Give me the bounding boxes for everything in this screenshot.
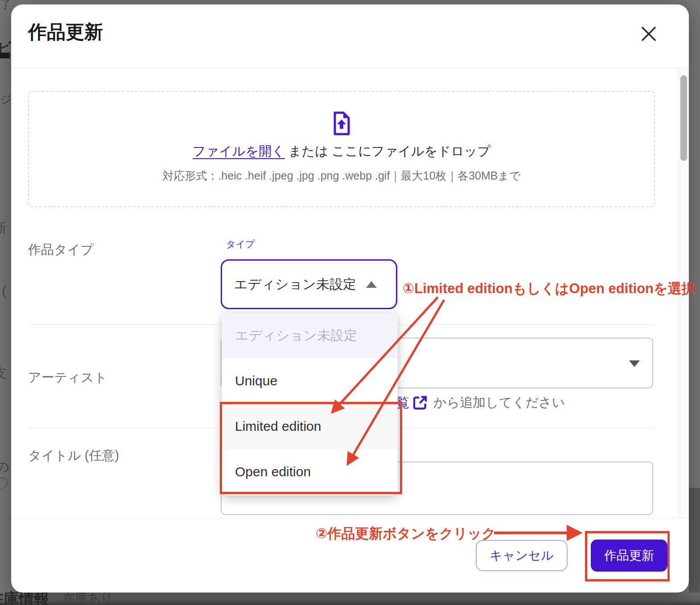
chevron-up-icon [366, 281, 377, 288]
chevron-down-icon [629, 360, 640, 367]
artwork-type-row-label: 作品タイプ [28, 241, 94, 259]
backdrop-fragment: 完了 [0, 0, 12, 12]
file-dropzone[interactable]: ファイルを開く または ここにファイルをドロップ 対応形式：.heic .hei… [28, 91, 655, 207]
title-row-label: タイトル (任意) [28, 447, 119, 465]
backdrop-fragment: ジ [0, 92, 12, 107]
screen: 完了 ビ ジ 新 ( 支 の 〇 在庫情報 在庫あり 作品更新 ファイルを開く [0, 0, 700, 605]
backdrop-fragment: 支 [0, 364, 7, 383]
backdrop-bottom-strip: 在庫情報 在庫あり [0, 593, 700, 605]
backdrop-fragment: 〇 [0, 475, 8, 492]
open-file-link[interactable]: ファイルを開く [193, 144, 285, 158]
menu-option-open-edition[interactable]: Open edition [222, 449, 398, 495]
artwork-update-modal: 作品更新 ファイルを開く または ここにファイルをドロップ 対応形式：.heic… [11, 4, 689, 593]
menu-option-edition-unset[interactable]: エディション未設定 [222, 313, 398, 358]
edition-type-select[interactable]: エディション未設定 [221, 259, 397, 309]
external-link-icon[interactable] [411, 394, 429, 412]
close-button[interactable] [637, 22, 660, 45]
header-divider [11, 68, 689, 68]
backdrop-fragment: 新 [0, 219, 6, 237]
drop-here-text: または ここにファイルをドロップ [288, 144, 490, 158]
type-field-label: タイプ [226, 238, 255, 250]
backdrop-fragment: の [0, 458, 9, 476]
backdrop-fragment: ( [2, 283, 6, 298]
close-icon [641, 26, 657, 42]
artist-help-row: 覧 から追加してください [396, 393, 565, 413]
edition-type-select-value: エディション未設定 [234, 275, 356, 294]
annotation-step1-text: ①Limited editionもしくはOpen editionを選択 [403, 279, 696, 298]
dropzone-instruction: ファイルを開く または ここにファイルをドロップ [193, 143, 490, 160]
supported-formats-text: 対応形式：.heic .heif .jpeg .jpg .png .webp .… [162, 168, 520, 183]
annotation-step2-text: ②作品更新ボタンをクリック [316, 524, 496, 543]
modal-title: 作品更新 [28, 20, 103, 45]
edition-type-menu: エディション未設定 Unique Limited edition Open ed… [222, 313, 398, 495]
artist-help-text: から追加してください [433, 394, 565, 412]
scrollbar-thumb[interactable] [680, 75, 687, 161]
submit-update-button[interactable]: 作品更新 [591, 540, 667, 572]
artist-row-label: アーティスト [28, 369, 107, 387]
artist-list-link-tail[interactable]: 覧 [396, 394, 409, 412]
menu-option-limited-edition[interactable]: Limited edition [222, 404, 398, 449]
backdrop-tab-underline [0, 53, 10, 58]
menu-option-unique[interactable]: Unique [222, 358, 398, 404]
file-upload-icon [332, 111, 351, 135]
footer-divider [11, 518, 689, 518]
backdrop-right-strip [689, 488, 700, 593]
cancel-button[interactable]: キャンセル [476, 540, 568, 571]
